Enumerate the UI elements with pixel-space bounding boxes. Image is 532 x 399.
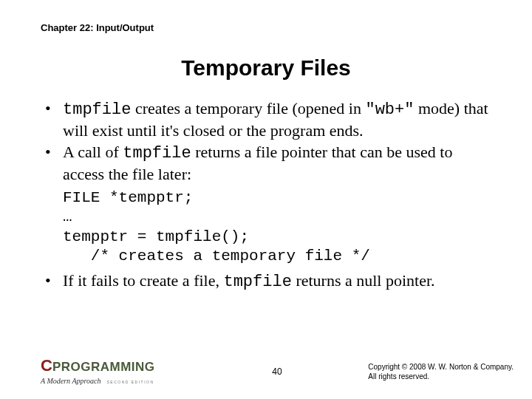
bullet-2: A call of tmpfile returns a file pointer… xyxy=(41,142,491,184)
logo-edition: SECOND EDITION xyxy=(106,380,154,384)
book-logo: C PROGRAMMING A Modern Approach SECOND E… xyxy=(41,358,155,386)
code-block: FILE *tempptr; … tempptr = tmpfile(); /*… xyxy=(41,188,491,266)
bullet-1: tmpfile creates a temporary file (opened… xyxy=(41,98,491,140)
page-number: 40 xyxy=(272,366,282,377)
footer: C PROGRAMMING A Modern Approach SECOND E… xyxy=(41,358,514,386)
text: A call of xyxy=(63,143,123,161)
bullet-3: If it fails to create a file, tmpfile re… xyxy=(41,270,491,293)
slide-title: Temporary Files xyxy=(41,55,491,81)
copyright: Copyright © 2008 W. W. Norton & Company.… xyxy=(368,362,514,381)
logo-programming: PROGRAMMING xyxy=(52,361,155,373)
code-inline: tmpfile xyxy=(223,273,291,291)
text: If it fails to create a file, xyxy=(63,271,223,290)
text: returns a null pointer. xyxy=(292,271,435,290)
copyright-line-1: Copyright © 2008 W. W. Norton & Company. xyxy=(368,362,514,372)
text: creates a temporary file (opened in xyxy=(131,99,365,117)
code-inline: "wb+" xyxy=(365,100,414,119)
code-inline: tmpfile xyxy=(63,100,131,119)
logo-subtitle: A Modern Approach xyxy=(41,377,100,385)
code-inline: tmpfile xyxy=(123,144,191,163)
content-area: tmpfile creates a temporary file (opened… xyxy=(41,98,491,293)
chapter-label: Chapter 22: Input/Output xyxy=(41,22,491,33)
logo-c-letter: C xyxy=(41,358,52,374)
copyright-line-2: All rights reserved. xyxy=(368,372,514,381)
